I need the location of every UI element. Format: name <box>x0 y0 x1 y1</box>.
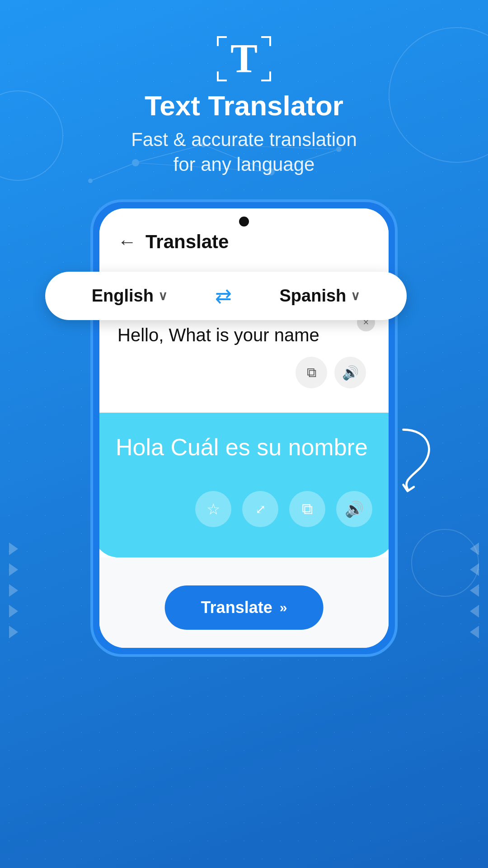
translate-chevron-icon: » <box>280 600 287 615</box>
camera-notch <box>239 217 249 226</box>
translation-output: Hola Cuál es su nombre ☆ ⤢ ⧉ 🔊 <box>99 413 389 557</box>
speaker-icon: 🔊 <box>342 365 359 381</box>
favorite-button[interactable]: ☆ <box>195 491 231 527</box>
input-text: Hello, What is your name <box>117 322 371 348</box>
language-selector-bar: English ∨ ⇄ Spanish ∨ <box>45 272 407 320</box>
icon-letter: T <box>230 38 258 79</box>
copy-input-button[interactable]: ⧉ <box>296 357 327 388</box>
input-area[interactable]: × Hello, What is your name ⧉ 🔊 <box>99 304 389 413</box>
output-actions: ☆ ⤢ ⧉ 🔊 <box>116 491 372 527</box>
share-icon: ⤢ <box>255 502 266 517</box>
copy-icon: ⧉ <box>307 365 316 381</box>
source-language-label: English <box>92 286 154 306</box>
app-title: Text Translator <box>145 90 343 121</box>
target-language-selector[interactable]: Spanish ∨ <box>280 286 361 306</box>
share-button[interactable]: ⤢ <box>242 491 278 527</box>
swap-languages-button[interactable]: ⇄ <box>215 284 232 307</box>
translate-button[interactable]: Translate » <box>165 585 324 630</box>
source-language-chevron: ∨ <box>158 288 168 303</box>
speak-output-button[interactable]: 🔊 <box>336 491 372 527</box>
app-subtitle: Fast & accurate translationfor any langu… <box>104 127 384 177</box>
curved-arrow-decoration <box>393 425 447 493</box>
copy-output-icon: ⧉ <box>302 500 313 518</box>
speaker-output-icon: 🔊 <box>345 500 364 518</box>
app-icon: T <box>217 36 271 81</box>
source-language-selector[interactable]: English ∨ <box>92 286 168 306</box>
translate-button-label: Translate <box>201 598 272 617</box>
copy-output-button[interactable]: ⧉ <box>289 491 325 527</box>
input-actions: ⧉ 🔊 <box>117 348 371 393</box>
star-icon: ☆ <box>206 500 220 518</box>
target-language-chevron: ∨ <box>351 288 360 303</box>
target-language-label: Spanish <box>280 286 347 306</box>
back-button[interactable]: ← <box>117 231 136 253</box>
screen-title: Translate <box>145 231 229 253</box>
translated-text: Hola Cuál es su nombre <box>116 431 372 464</box>
speak-input-button[interactable]: 🔊 <box>334 357 366 388</box>
